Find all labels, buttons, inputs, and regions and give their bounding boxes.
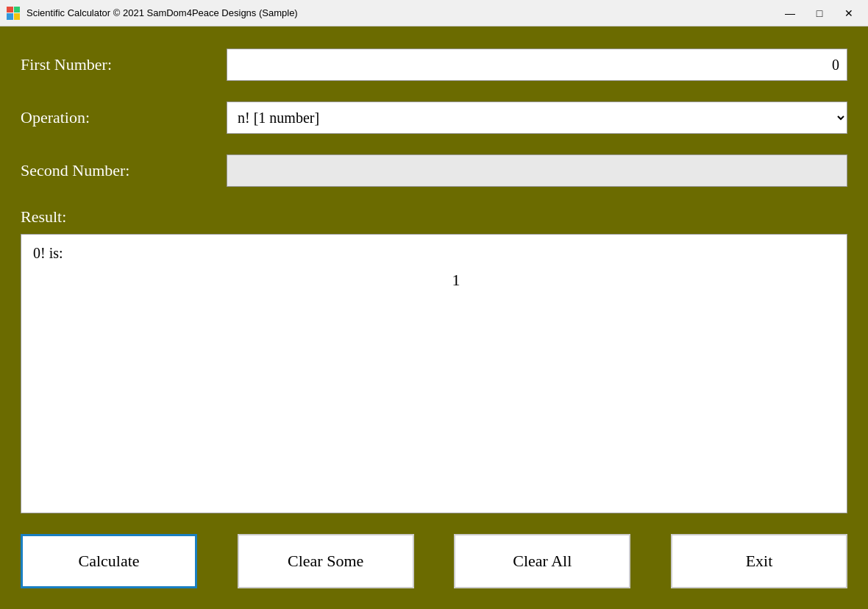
- maximize-button[interactable]: □: [806, 3, 833, 24]
- first-number-input[interactable]: [227, 49, 847, 81]
- result-value: 1: [33, 271, 835, 290]
- titlebar: Scientific Calculator © 2021 SamDom4Peac…: [0, 0, 868, 26]
- exit-button[interactable]: Exit: [671, 534, 847, 588]
- operation-select[interactable]: n! [1 number] + [2 numbers] - [2 numbers…: [227, 102, 847, 134]
- titlebar-title: Scientific Calculator © 2021 SamDom4Peac…: [26, 7, 298, 18]
- first-number-row: First Number:: [21, 49, 847, 81]
- second-number-row: Second Number:: [21, 154, 847, 187]
- first-number-label: First Number:: [21, 55, 227, 74]
- result-box: 0! is: 1: [21, 234, 847, 513]
- calculate-button[interactable]: Calculate: [21, 534, 197, 588]
- close-button[interactable]: ✕: [836, 3, 862, 24]
- app-icon: [6, 6, 21, 21]
- clear-all-button[interactable]: Clear All: [454, 534, 630, 588]
- operation-label: Operation:: [21, 108, 227, 127]
- clear-some-button[interactable]: Clear Some: [238, 534, 414, 588]
- main-content: First Number: Operation: n! [1 number] +…: [0, 26, 868, 609]
- second-number-label: Second Number:: [21, 161, 227, 180]
- buttons-row: Calculate Clear Some Clear All Exit: [21, 534, 847, 588]
- operation-row: Operation: n! [1 number] + [2 numbers] -…: [21, 102, 847, 134]
- result-label: Result:: [21, 207, 847, 227]
- titlebar-controls: — □ ✕: [777, 3, 862, 24]
- titlebar-left: Scientific Calculator © 2021 SamDom4Peac…: [6, 6, 298, 21]
- minimize-button[interactable]: —: [777, 3, 803, 24]
- result-line1: 0! is:: [33, 245, 835, 262]
- second-number-input[interactable]: [227, 154, 847, 187]
